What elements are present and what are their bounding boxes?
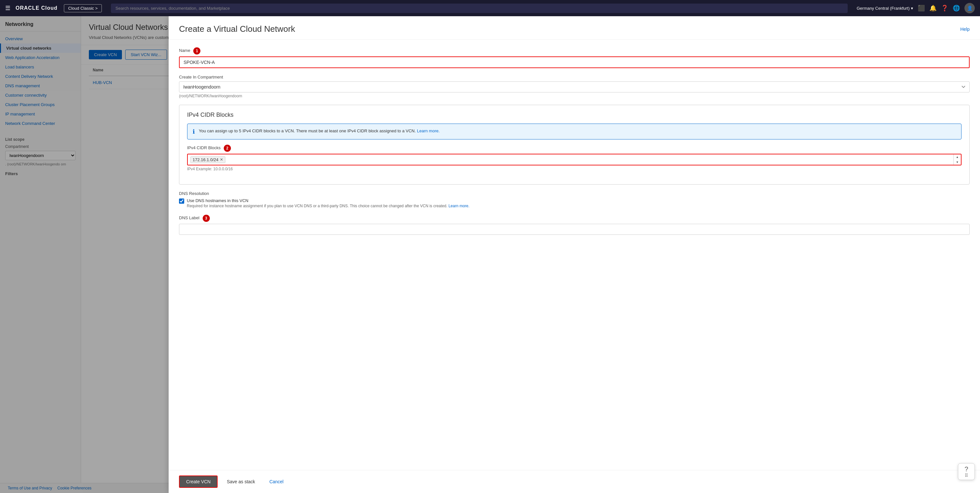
search-bar-container [111,3,848,13]
help-widget-icon: ? [964,466,968,473]
cloud-classic-button[interactable]: Cloud Classic > [64,4,102,12]
cidr-tag-remove-button[interactable]: ✕ [220,157,223,162]
cidr-step-badge: 2 [224,145,231,152]
oracle-logo: ORACLE Cloud [16,5,57,11]
info-banner: ℹ You can assign up to 5 IPv4 CIDR block… [187,124,961,140]
nav-right-actions: Germany Central (Frankfurt) ▾ ⬛ 🔔 ❓ 🌐 👤 [857,3,975,13]
cidr-stepper-down-button[interactable]: ▼ [954,159,961,165]
name-form-group: Name 1 [179,47,970,68]
region-label: Germany Central (Frankfurt) [857,6,910,11]
modal-footer: Create VCN Save as stack Cancel [169,470,980,493]
dns-label-form-group: DNS Label 3 [179,215,970,235]
top-navigation: ☰ ORACLE Cloud Cloud Classic > Germany C… [0,0,980,16]
cidr-stepper: ▲ ▼ [953,154,961,165]
oracle-text: ORACLE [16,5,40,11]
dns-step-badge: 3 [203,215,210,222]
modal-title: Create a Virtual Cloud Network [179,24,295,34]
cidr-label: IPv4 CIDR Blocks 2 [187,145,961,152]
ipv4-section-title: IPv4 CIDR Blocks [187,111,961,118]
monitor-icon[interactable]: ⬛ [918,5,925,12]
dns-learn-more-link[interactable]: Learn more. [449,204,469,208]
cidr-tag: 172.16.1.0/24 ✕ [190,156,225,163]
name-label: Name 1 [179,47,970,54]
vcn-name-input[interactable] [179,56,970,68]
compartment-form-group: Create In Compartment IwanHoogendoorn (r… [179,75,970,98]
help-question-icon[interactable]: ❓ [941,5,948,12]
dns-checkbox-group: Use DNS hostnames in this VCN Required f… [179,198,970,208]
info-learn-more-link[interactable]: Learn more. [417,129,440,133]
help-widget-dots-icon: ⠿ [965,473,968,478]
dns-checkbox[interactable] [179,199,184,204]
avatar[interactable]: 👤 [964,3,975,13]
info-icon: ℹ [192,128,195,135]
dns-label-label: DNS Label 3 [179,215,970,222]
cidr-stepper-up-button[interactable]: ▲ [954,154,961,159]
create-in-compartment-label: Create In Compartment [179,75,970,80]
cidr-input-wrapper[interactable]: 172.16.1.0/24 ✕ ▲ ▼ [187,154,961,165]
help-widget[interactable]: ? ⠿ [958,463,975,480]
compartment-path-hint: (root)/NETWORK/IwanHoogendoorn [179,94,970,98]
hamburger-menu-icon[interactable]: ☰ [5,5,10,12]
compartment-dropdown[interactable]: IwanHoogendoorn [179,81,970,92]
modal-body: Name 1 Create In Compartment IwanHoogend… [169,40,980,470]
modal-save-as-stack-button[interactable]: Save as stack [221,476,260,487]
modal-cancel-button[interactable]: Cancel [264,476,289,487]
dns-resolution-group: DNS Resolution Use DNS hostnames in this… [179,191,970,208]
dns-label-input[interactable] [179,224,970,235]
dns-checkbox-desc: Required for instance hostname assignmen… [187,204,469,208]
search-input[interactable] [111,3,848,13]
modal-header: Create a Virtual Cloud Network Help [169,16,980,40]
cidr-example-hint: IPv4 Example: 10.0.0.0/16 [187,167,961,171]
cidr-form-group: IPv4 CIDR Blocks 2 172.16.1.0/24 ✕ ▲ ▼ I… [187,145,961,171]
modal-help-link[interactable]: Help [960,27,970,32]
cloud-text: Cloud [40,5,58,11]
dns-resolution-title: DNS Resolution [179,191,970,196]
info-banner-text: You can assign up to 5 IPv4 CIDR blocks … [199,128,440,134]
ipv4-cidr-section: IPv4 CIDR Blocks ℹ You can assign up to … [179,105,970,184]
globe-icon[interactable]: 🌐 [953,5,960,12]
create-vcn-modal: Create a Virtual Cloud Network Help Name… [169,16,980,493]
region-chevron-icon: ▾ [911,6,913,11]
region-selector[interactable]: Germany Central (Frankfurt) ▾ [857,6,913,11]
modal-create-vcn-button[interactable]: Create VCN [179,476,218,488]
dns-checkbox-label[interactable]: Use DNS hostnames in this VCN [187,198,248,203]
bell-icon[interactable]: 🔔 [929,5,937,12]
cidr-inner-input[interactable] [225,157,958,163]
name-step-badge: 1 [193,47,200,54]
